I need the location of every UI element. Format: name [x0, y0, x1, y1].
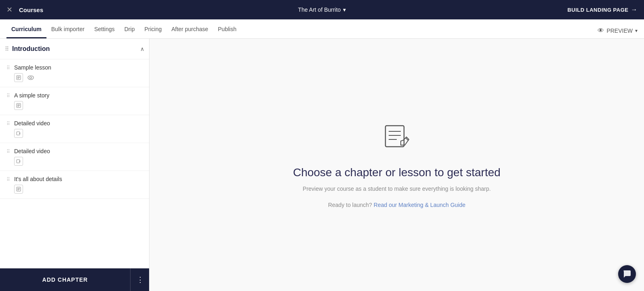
lesson-name: Detailed video — [14, 148, 144, 154]
lesson-content: A simple story — [14, 92, 144, 110]
chapter-drag-handle[interactable]: ⠿ — [5, 46, 9, 52]
chapter-collapse-icon[interactable]: ∧ — [140, 46, 144, 52]
close-icon[interactable]: ✕ — [6, 5, 13, 14]
lesson-item[interactable]: ⠿ Detailed video — [0, 115, 149, 143]
lesson-name: It's all about details — [14, 176, 144, 182]
lesson-item[interactable]: ⠿ Detailed video — [0, 143, 149, 171]
course-name: The Art of Burrito — [298, 6, 341, 13]
sidebar-bottom-bar: ADD CHAPTER ⋮ — [0, 268, 149, 291]
content-placeholder-icon — [382, 122, 411, 156]
lesson-type-icon — [14, 129, 23, 138]
marketing-guide-link[interactable]: Read our Marketing & Launch Guide — [374, 202, 465, 208]
main-layout: ⠿ Introduction ∧ ⠿ Sample lesson — [0, 39, 644, 291]
main-content-area: Choose a chapter or lesson to get starte… — [149, 39, 644, 291]
build-landing-button[interactable]: BUILD LANDING PAGE → — [567, 6, 638, 13]
lesson-name: Detailed video — [14, 120, 144, 127]
tab-pricing[interactable]: Pricing — [139, 19, 166, 38]
more-options-button[interactable]: ⋮ — [130, 268, 149, 291]
course-title-dropdown[interactable]: The Art of Burrito ▾ — [298, 6, 346, 13]
tab-curriculum[interactable]: Curriculum — [6, 19, 46, 38]
lesson-icons — [14, 185, 144, 194]
lesson-type-icon — [14, 73, 23, 82]
lesson-drag-handle[interactable]: ⠿ — [6, 120, 10, 127]
preview-button[interactable]: 👁 PREVIEW ▾ — [598, 27, 638, 38]
arrow-icon: → — [631, 6, 638, 13]
tab-after-purchase[interactable]: After purchase — [166, 19, 213, 38]
lesson-type-icon — [14, 157, 23, 166]
tab-drip[interactable]: Drip — [120, 19, 140, 38]
lesson-content: It's all about details — [14, 176, 144, 194]
lesson-drag-handle[interactable]: ⠿ — [6, 92, 10, 99]
lesson-item[interactable]: ⠿ It's all about details — [0, 171, 149, 199]
lesson-item[interactable]: ⠿ A simple story — [0, 87, 149, 115]
sidebar-scroll: ⠿ Introduction ∧ ⠿ Sample lesson — [0, 39, 149, 291]
lesson-drag-handle[interactable]: ⠿ — [6, 64, 10, 71]
svg-point-5 — [30, 77, 32, 79]
chapter-introduction[interactable]: ⠿ Introduction ∧ — [0, 39, 149, 59]
lesson-icons — [14, 157, 144, 166]
lesson-name: A simple story — [14, 92, 144, 99]
main-subtext: Preview your course as a student to make… — [303, 186, 490, 192]
svg-rect-18 — [385, 126, 404, 147]
lesson-item[interactable]: ⠿ Sample lesson — [0, 59, 149, 87]
lesson-preview-icon — [26, 73, 35, 82]
app-title: Courses — [19, 6, 43, 13]
add-chapter-button[interactable]: ADD CHAPTER — [0, 268, 130, 291]
tabs-bar: Curriculum Bulk importer Settings Drip P… — [0, 19, 644, 39]
lesson-drag-handle[interactable]: ⠿ — [6, 148, 10, 154]
tab-publish[interactable]: Publish — [213, 19, 241, 38]
tab-settings[interactable]: Settings — [89, 19, 120, 38]
preview-caret-icon: ▾ — [635, 28, 638, 34]
lesson-icons — [14, 101, 144, 110]
lesson-icons — [14, 73, 144, 82]
chapter-title: Introduction — [12, 45, 140, 53]
lesson-content: Detailed video — [14, 120, 144, 138]
lesson-content: Detailed video — [14, 148, 144, 166]
tab-bulk-importer[interactable]: Bulk importer — [46, 19, 89, 38]
preview-eye-icon: 👁 — [598, 27, 604, 34]
lesson-content: Sample lesson — [14, 64, 144, 82]
launch-text: Ready to launch? Read our Marketing & La… — [328, 202, 465, 208]
main-heading: Choose a chapter or lesson to get starte… — [293, 166, 501, 179]
lesson-icons — [14, 129, 144, 138]
lesson-type-icon — [14, 185, 23, 194]
course-dropdown-icon: ▾ — [343, 6, 346, 13]
lesson-name: Sample lesson — [14, 64, 144, 71]
top-bar: ✕ Courses The Art of Burrito ▾ BUILD LAN… — [0, 0, 644, 19]
more-dots-icon: ⋮ — [137, 275, 144, 284]
svg-point-4 — [28, 76, 34, 80]
lesson-drag-handle[interactable]: ⠿ — [6, 176, 10, 182]
lesson-type-icon — [14, 101, 23, 110]
sidebar: ⠿ Introduction ∧ ⠿ Sample lesson — [0, 39, 149, 291]
chat-bubble[interactable] — [618, 265, 636, 283]
